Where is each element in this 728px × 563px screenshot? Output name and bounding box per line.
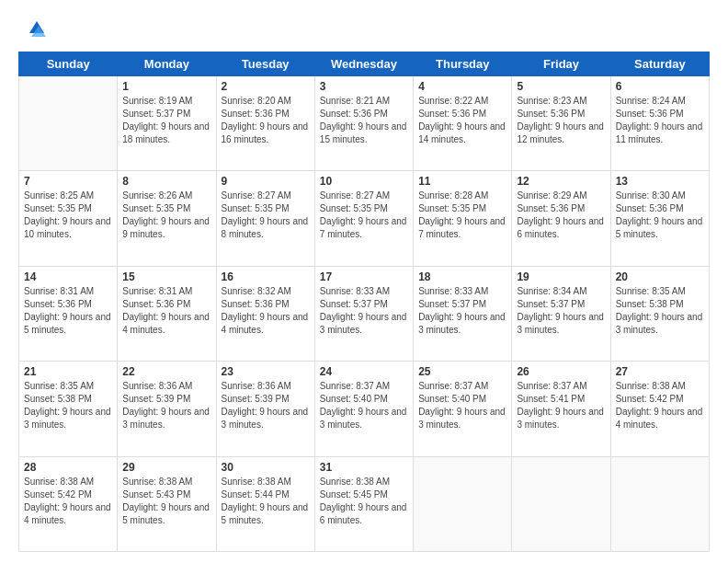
week-row-2: 14Sunrise: 8:31 AMSunset: 5:36 PMDayligh…: [19, 266, 710, 361]
day-number: 4: [418, 80, 506, 93]
day-info: Sunrise: 8:30 AMSunset: 5:36 PMDaylight:…: [616, 190, 704, 241]
day-number: 20: [616, 270, 704, 283]
weekday-header-row: SundayMondayTuesdayWednesdayThursdayFrid…: [19, 52, 710, 76]
weekday-wednesday: Wednesday: [314, 52, 413, 76]
day-number: 19: [517, 270, 605, 283]
day-info: Sunrise: 8:37 AMSunset: 5:40 PMDaylight:…: [320, 380, 408, 431]
day-info: Sunrise: 8:37 AMSunset: 5:41 PMDaylight:…: [517, 380, 605, 431]
calendar-cell: [19, 76, 118, 171]
weekday-monday: Monday: [118, 52, 216, 76]
page: SundayMondayTuesdayWednesdayThursdayFrid…: [0, 0, 728, 563]
calendar-cell: 12Sunrise: 8:29 AMSunset: 5:36 PMDayligh…: [512, 171, 610, 266]
calendar-cell: 6Sunrise: 8:24 AMSunset: 5:36 PMDaylight…: [610, 76, 709, 171]
header: [18, 17, 710, 44]
day-info: Sunrise: 8:22 AMSunset: 5:36 PMDaylight:…: [418, 95, 506, 146]
day-number: 15: [122, 270, 210, 283]
day-info: Sunrise: 8:34 AMSunset: 5:37 PMDaylight:…: [517, 285, 605, 337]
calendar-cell: [414, 456, 512, 551]
day-info: Sunrise: 8:28 AMSunset: 5:35 PMDaylight:…: [418, 190, 506, 241]
day-info: Sunrise: 8:19 AMSunset: 5:37 PMDaylight:…: [122, 95, 210, 146]
calendar-cell: 20Sunrise: 8:35 AMSunset: 5:38 PMDayligh…: [610, 266, 709, 361]
calendar-cell: 4Sunrise: 8:22 AMSunset: 5:36 PMDaylight…: [414, 76, 512, 171]
day-number: 1: [122, 80, 210, 93]
day-info: Sunrise: 8:33 AMSunset: 5:37 PMDaylight:…: [418, 285, 506, 337]
calendar-cell: 30Sunrise: 8:38 AMSunset: 5:44 PMDayligh…: [216, 456, 314, 551]
day-info: Sunrise: 8:23 AMSunset: 5:36 PMDaylight:…: [517, 95, 605, 146]
day-number: 25: [418, 365, 506, 378]
weekday-thursday: Thursday: [414, 52, 512, 76]
calendar-cell: 28Sunrise: 8:38 AMSunset: 5:42 PMDayligh…: [19, 456, 118, 551]
day-info: Sunrise: 8:36 AMSunset: 5:39 PMDaylight:…: [122, 380, 210, 431]
day-info: Sunrise: 8:35 AMSunset: 5:38 PMDaylight:…: [24, 380, 112, 431]
day-number: 13: [616, 175, 704, 188]
day-info: Sunrise: 8:31 AMSunset: 5:36 PMDaylight:…: [122, 285, 210, 337]
day-number: 2: [222, 80, 310, 93]
day-number: 5: [517, 80, 605, 93]
day-number: 29: [122, 461, 210, 474]
calendar-cell: 29Sunrise: 8:38 AMSunset: 5:43 PMDayligh…: [118, 456, 216, 551]
calendar-cell: 3Sunrise: 8:21 AMSunset: 5:36 PMDaylight…: [314, 76, 413, 171]
day-number: 28: [24, 461, 112, 474]
day-info: Sunrise: 8:38 AMSunset: 5:45 PMDaylight:…: [320, 476, 408, 527]
calendar-cell: 7Sunrise: 8:25 AMSunset: 5:35 PMDaylight…: [19, 171, 118, 266]
week-row-4: 28Sunrise: 8:38 AMSunset: 5:42 PMDayligh…: [19, 456, 710, 551]
calendar-cell: 24Sunrise: 8:37 AMSunset: 5:40 PMDayligh…: [314, 362, 413, 456]
day-info: Sunrise: 8:29 AMSunset: 5:36 PMDaylight:…: [517, 190, 605, 241]
day-info: Sunrise: 8:36 AMSunset: 5:39 PMDaylight:…: [222, 380, 310, 431]
day-number: 9: [222, 175, 310, 188]
day-number: 27: [616, 365, 704, 378]
day-number: 31: [320, 461, 408, 474]
calendar-cell: 11Sunrise: 8:28 AMSunset: 5:35 PMDayligh…: [414, 171, 512, 266]
day-number: 26: [517, 365, 605, 378]
day-info: Sunrise: 8:35 AMSunset: 5:38 PMDaylight:…: [616, 285, 704, 337]
day-number: 3: [320, 80, 408, 93]
day-number: 16: [222, 270, 310, 283]
calendar-cell: 16Sunrise: 8:32 AMSunset: 5:36 PMDayligh…: [216, 266, 314, 361]
day-info: Sunrise: 8:38 AMSunset: 5:42 PMDaylight:…: [616, 380, 704, 431]
calendar-cell: 8Sunrise: 8:26 AMSunset: 5:35 PMDaylight…: [118, 171, 216, 266]
day-number: 7: [24, 175, 112, 188]
day-info: Sunrise: 8:31 AMSunset: 5:36 PMDaylight:…: [24, 285, 112, 337]
day-number: 6: [616, 80, 704, 93]
day-number: 17: [320, 270, 408, 283]
day-number: 24: [320, 365, 408, 378]
calendar-cell: 19Sunrise: 8:34 AMSunset: 5:37 PMDayligh…: [512, 266, 610, 361]
week-row-3: 21Sunrise: 8:35 AMSunset: 5:38 PMDayligh…: [19, 362, 710, 456]
calendar-cell: 27Sunrise: 8:38 AMSunset: 5:42 PMDayligh…: [610, 362, 709, 456]
day-info: Sunrise: 8:26 AMSunset: 5:35 PMDaylight:…: [122, 190, 210, 241]
day-info: Sunrise: 8:25 AMSunset: 5:35 PMDaylight:…: [24, 190, 112, 241]
calendar-cell: 2Sunrise: 8:20 AMSunset: 5:36 PMDaylight…: [216, 76, 314, 171]
calendar-cell: 1Sunrise: 8:19 AMSunset: 5:37 PMDaylight…: [118, 76, 216, 171]
day-number: 18: [418, 270, 506, 283]
calendar-cell: 17Sunrise: 8:33 AMSunset: 5:37 PMDayligh…: [314, 266, 413, 361]
calendar-cell: 15Sunrise: 8:31 AMSunset: 5:36 PMDayligh…: [118, 266, 216, 361]
logo-icon: [18, 17, 46, 44]
day-info: Sunrise: 8:32 AMSunset: 5:36 PMDaylight:…: [222, 285, 310, 337]
day-info: Sunrise: 8:27 AMSunset: 5:35 PMDaylight:…: [222, 190, 310, 241]
day-number: 12: [517, 175, 605, 188]
calendar-cell: 5Sunrise: 8:23 AMSunset: 5:36 PMDaylight…: [512, 76, 610, 171]
day-info: Sunrise: 8:38 AMSunset: 5:44 PMDaylight:…: [222, 476, 310, 527]
calendar-cell: 10Sunrise: 8:27 AMSunset: 5:35 PMDayligh…: [314, 171, 413, 266]
week-row-0: 1Sunrise: 8:19 AMSunset: 5:37 PMDaylight…: [19, 76, 710, 171]
day-number: 30: [222, 461, 310, 474]
day-info: Sunrise: 8:37 AMSunset: 5:40 PMDaylight:…: [418, 380, 506, 431]
weekday-tuesday: Tuesday: [216, 52, 314, 76]
calendar-cell: 26Sunrise: 8:37 AMSunset: 5:41 PMDayligh…: [512, 362, 610, 456]
calendar-cell: 23Sunrise: 8:36 AMSunset: 5:39 PMDayligh…: [216, 362, 314, 456]
calendar-cell: 9Sunrise: 8:27 AMSunset: 5:35 PMDaylight…: [216, 171, 314, 266]
calendar-cell: 14Sunrise: 8:31 AMSunset: 5:36 PMDayligh…: [19, 266, 118, 361]
day-number: 21: [24, 365, 112, 378]
day-number: 10: [320, 175, 408, 188]
day-info: Sunrise: 8:21 AMSunset: 5:36 PMDaylight:…: [320, 95, 408, 146]
weekday-saturday: Saturday: [610, 52, 709, 76]
day-number: 14: [24, 270, 112, 283]
calendar-cell: 25Sunrise: 8:37 AMSunset: 5:40 PMDayligh…: [414, 362, 512, 456]
calendar-cell: 31Sunrise: 8:38 AMSunset: 5:45 PMDayligh…: [314, 456, 413, 551]
calendar: SundayMondayTuesdayWednesdayThursdayFrid…: [18, 52, 710, 552]
day-info: Sunrise: 8:24 AMSunset: 5:36 PMDaylight:…: [616, 95, 704, 146]
calendar-cell: 13Sunrise: 8:30 AMSunset: 5:36 PMDayligh…: [610, 171, 709, 266]
calendar-cell: [610, 456, 709, 551]
day-info: Sunrise: 8:20 AMSunset: 5:36 PMDaylight:…: [222, 95, 310, 146]
day-info: Sunrise: 8:27 AMSunset: 5:35 PMDaylight:…: [320, 190, 408, 241]
